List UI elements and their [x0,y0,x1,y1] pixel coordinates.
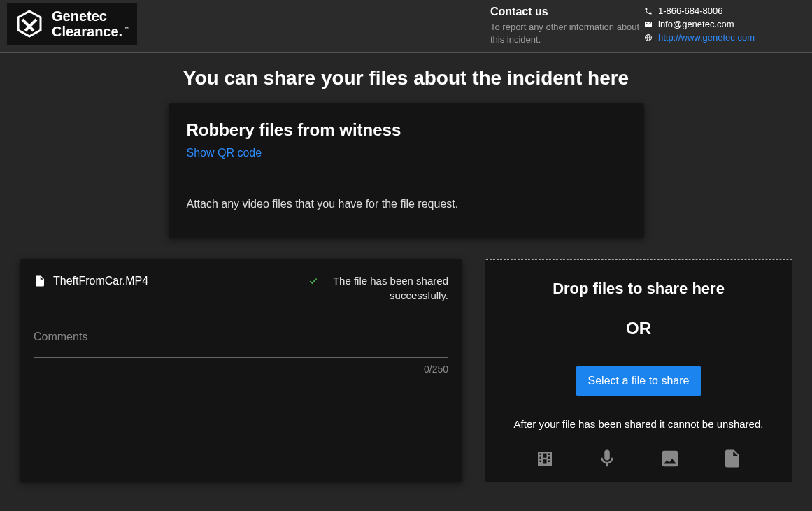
request-description: Attach any video files that you have for… [187,198,626,210]
check-icon [308,276,318,286]
request-title: Robbery files from witness [187,120,626,140]
globe-icon [644,34,653,42]
contact-block: Contact us To report any other informati… [490,0,644,52]
image-icon [660,448,681,469]
comments-label: Comments [34,331,448,343]
phone-icon [644,7,653,15]
drop-title: Drop files to share here [499,280,778,298]
show-qr-link[interactable]: Show QR code [187,147,262,159]
video-icon [534,448,555,469]
contact-info: 1-866-684-8006 info@genetec.com http://w… [644,0,812,51]
file-card: TheftFromCar.MP4 The file has been share… [20,259,462,482]
drop-zone[interactable]: Drop files to share here OR Select a fil… [485,259,792,482]
contact-title: Contact us [490,6,644,18]
request-card: Robbery files from witness Show QR code … [169,103,644,238]
page-title: You can share your files about the incid… [0,67,812,89]
logo: Genetec Clearance.™ [7,3,137,45]
logo-text: Genetec Clearance.™ [52,8,129,39]
drop-or: OR [499,319,778,338]
comments-input[interactable] [34,357,448,358]
select-file-button[interactable]: Select a file to share [576,366,702,396]
contact-desc: To report any other information about th… [490,21,644,46]
microphone-icon [597,448,618,469]
file-name: TheftFromCar.MP4 [53,275,148,287]
contact-email[interactable]: info@genetec.com [644,19,798,31]
document-icon [722,448,743,469]
contact-phone: 1-866-684-8006 [644,6,798,17]
svg-marker-0 [18,11,41,36]
mail-icon [644,20,653,29]
drop-note: After your file has been shared it canno… [499,417,778,433]
char-count: 0/250 [34,364,448,375]
header: Genetec Clearance.™ Contact us To report… [0,0,812,53]
logo-icon [15,10,43,38]
contact-website[interactable]: http://www.genetec.com [644,32,798,44]
file-name-row: TheftFromCar.MP4 [34,273,148,289]
file-type-icons [499,448,778,469]
file-icon [34,273,46,289]
file-status: The file has been shared successfully. [322,273,448,303]
